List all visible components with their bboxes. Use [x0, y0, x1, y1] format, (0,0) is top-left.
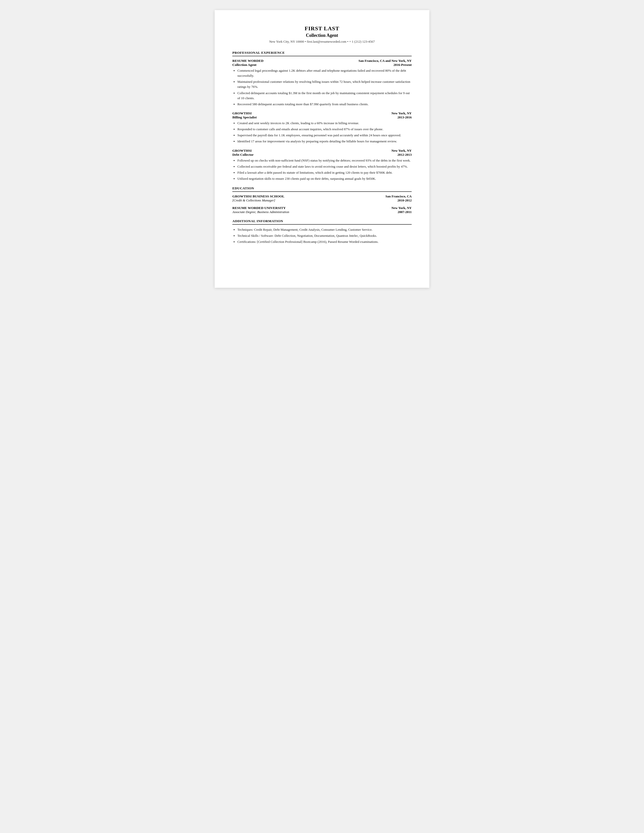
- school-name-rw-university: RESUME WORDED UNIVERSITY: [232, 206, 286, 210]
- list-item: Recovered 580 delinquent accounts totali…: [237, 102, 412, 107]
- section-title-professional-experience: PROFESSIONAL EXPERIENCE: [232, 51, 412, 55]
- job-bullets-debt-collector: Followed up on checks with non-sufficien…: [232, 158, 412, 182]
- section-title-education: EDUCATION: [232, 186, 412, 190]
- candidate-name: FIRST LAST: [232, 25, 412, 32]
- job-title-row-collection-agent: Collection Agent 2016-Present: [232, 63, 412, 67]
- edu-location-growthsi: San Francisco, CA: [385, 195, 412, 198]
- job-dates-collection-agent: 2016-Present: [393, 63, 412, 67]
- list-item: Commenced legal proceedings against 1.2K…: [237, 68, 412, 78]
- section-professional-experience: PROFESSIONAL EXPERIENCE RESUME WORDED Sa…: [232, 51, 412, 181]
- list-item: Created and sent weekly invoices to 2K c…: [237, 121, 412, 126]
- list-item: Certifications: [Certified Collection Pr…: [237, 239, 412, 244]
- job-location-growthsi-billing: New York, NY: [391, 111, 412, 115]
- list-item: Maintained professional customer relatio…: [237, 79, 412, 89]
- list-item: Collected delinquent accounts totaling $…: [237, 91, 412, 101]
- candidate-title: Collection Agent: [232, 33, 412, 38]
- job-location-growthsi-debt: New York, NY: [391, 149, 412, 153]
- company-name-resume-worded: RESUME WORDED: [232, 59, 263, 63]
- job-entry-resume-worded: RESUME WORDED San Francisco, CA and New …: [232, 59, 412, 107]
- job-title-billing-specialist: Billing Specialist: [232, 115, 257, 119]
- section-education: EDUCATION GROWTHSI BUSINESS SCHOOL San F…: [232, 186, 412, 214]
- additional-info-list: Techniques: Credit Repair, Debt Manageme…: [232, 227, 412, 244]
- job-entry-growthsi-debt: GROWTHSI New York, NY Debt Collector 201…: [232, 149, 412, 182]
- section-divider-experience: [232, 56, 412, 56]
- list-item: Followed up on checks with non-sufficien…: [237, 158, 412, 163]
- edu-degree-growthsi: [Credit & Collections Manager]: [232, 198, 275, 203]
- edu-dates-growthsi: 2010-2012: [398, 198, 412, 203]
- job-dates-debt-collector: 2012-2013: [398, 153, 412, 157]
- list-item: Identified 17 areas for improvement via …: [237, 139, 412, 144]
- edu-degree-rw-university: Associate Degree; Business Administratio…: [232, 210, 289, 214]
- job-title-row-billing-specialist: Billing Specialist 2013-2016: [232, 115, 412, 119]
- list-item: Supervised the payroll data for 1.1K emp…: [237, 133, 412, 138]
- edu-location-rw-university: New York, NY: [391, 206, 412, 210]
- job-title-row-debt-collector: Debt Collector 2012-2013: [232, 153, 412, 157]
- edu-header-rw-university: RESUME WORDED UNIVERSITY New York, NY: [232, 206, 412, 210]
- job-bullets-billing-specialist: Created and sent weekly invoices to 2K c…: [232, 121, 412, 144]
- list-item: Technical Skills / Software: Debt Collec…: [237, 233, 412, 238]
- edu-dates-rw-university: 2007-2011: [398, 210, 412, 214]
- edu-header-growthsi: GROWTHSI BUSINESS SCHOOL San Francisco, …: [232, 195, 412, 198]
- job-entry-growthsi-billing: GROWTHSI New York, NY Billing Specialist…: [232, 111, 412, 144]
- list-item: Utilized negotiation skills to ensure 23…: [237, 176, 412, 181]
- resume-page: FIRST LAST Collection Agent New York Cit…: [215, 10, 429, 288]
- list-item: Filed a lawsuit after a debt passed its …: [237, 170, 412, 175]
- section-title-additional: ADDITIONAL INFORMATION: [232, 219, 412, 223]
- edu-entry-growthsi: GROWTHSI BUSINESS SCHOOL San Francisco, …: [232, 195, 412, 203]
- school-name-growthsi: GROWTHSI BUSINESS SCHOOL: [232, 195, 284, 198]
- job-title-collection-agent: Collection Agent: [232, 63, 257, 67]
- job-header-resume-worded: RESUME WORDED San Francisco, CA and New …: [232, 59, 412, 63]
- section-additional-information: ADDITIONAL INFORMATION Techniques: Credi…: [232, 219, 412, 244]
- edu-entry-rw-university: RESUME WORDED UNIVERSITY New York, NY As…: [232, 206, 412, 214]
- job-header-growthsi-debt: GROWTHSI New York, NY: [232, 149, 412, 153]
- section-divider-education: [232, 191, 412, 192]
- edu-degree-row-rw-university: Associate Degree; Business Administratio…: [232, 210, 412, 214]
- list-item: Techniques: Credit Repair, Debt Manageme…: [237, 227, 412, 232]
- list-item: Collected accounts receivable per federa…: [237, 164, 412, 169]
- candidate-contact: New York City, NY 10000 • first.last@res…: [232, 40, 412, 43]
- job-dates-billing-specialist: 2013-2016: [398, 115, 412, 119]
- job-header-growthsi-billing: GROWTHSI New York, NY: [232, 111, 412, 115]
- edu-degree-row-growthsi: [Credit & Collections Manager] 2010-2012: [232, 198, 412, 203]
- company-name-growthsi-billing: GROWTHSI: [232, 111, 252, 115]
- job-title-debt-collector: Debt Collector: [232, 153, 254, 157]
- company-name-growthsi-debt: GROWTHSI: [232, 149, 252, 153]
- section-divider-additional: [232, 224, 412, 225]
- list-item: Responded to customer calls and emails a…: [237, 127, 412, 132]
- resume-header: FIRST LAST Collection Agent New York Cit…: [232, 25, 412, 43]
- job-location-resume-worded: San Francisco, CA and New York, NY: [359, 59, 412, 63]
- job-bullets-collection-agent: Commenced legal proceedings against 1.2K…: [232, 68, 412, 107]
